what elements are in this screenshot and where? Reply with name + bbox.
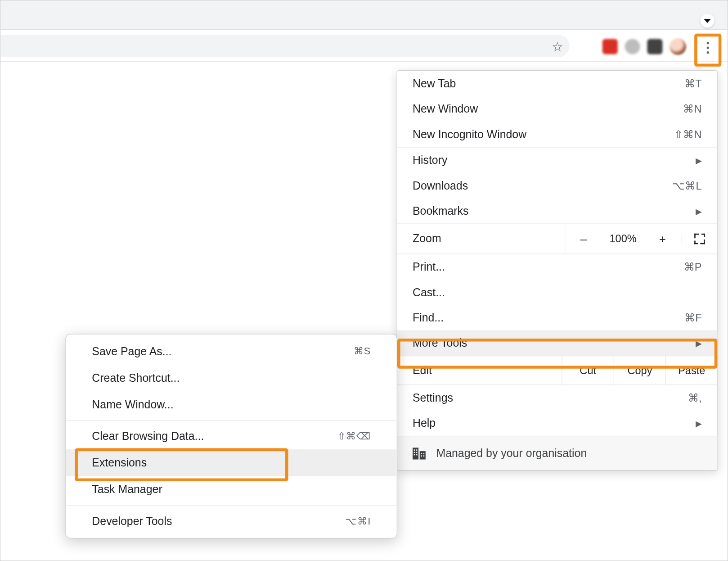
submenu-item-save-page-as[interactable]: Save Page As... ⌘S	[66, 338, 397, 365]
menu-label: Help	[413, 417, 436, 430]
menu-item-history[interactable]: History ▶	[397, 148, 717, 173]
menu-label: More Tools	[413, 336, 467, 349]
fullscreen-icon	[694, 234, 705, 244]
menu-shortcut: ⌘P	[684, 260, 702, 273]
zoom-in-button[interactable]: +	[644, 224, 681, 254]
menu-item-new-tab[interactable]: New Tab ⌘T	[397, 71, 717, 96]
menu-label: Developer Tools	[92, 515, 172, 528]
organisation-icon	[413, 448, 426, 459]
extension-icon[interactable]	[647, 39, 662, 54]
menu-label: Print...	[413, 260, 445, 273]
tab-bar	[0, 0, 727, 30]
menu-label: Bookmarks	[413, 204, 468, 217]
menu-label: New Incognito Window	[413, 128, 526, 141]
menu-item-downloads[interactable]: Downloads ⌥⌘L	[397, 173, 717, 198]
zoom-label: Zoom	[397, 224, 565, 254]
caret-down-icon	[704, 18, 711, 23]
menu-label: Task Manager	[92, 483, 162, 496]
menu-item-more-tools[interactable]: More Tools ▶	[397, 330, 717, 356]
chevron-right-icon: ▶	[696, 418, 702, 428]
menu-item-settings[interactable]: Settings ⌘,	[397, 385, 717, 410]
menu-label: New Tab	[413, 77, 456, 90]
chrome-main-menu: New Tab ⌘T New Window ⌘N New Incognito W…	[397, 70, 718, 471]
submenu-item-name-window[interactable]: Name Window...	[66, 391, 397, 418]
menu-label: Find...	[413, 311, 444, 324]
menu-shortcut: ⌘F	[684, 311, 702, 324]
menu-shortcut: ⌘N	[683, 102, 702, 115]
menu-shortcut: ⌘T	[684, 77, 702, 90]
menu-item-cast[interactable]: Cast...	[397, 280, 717, 305]
extension-icon[interactable]	[602, 39, 618, 54]
menu-label: Clear Browsing Data...	[92, 430, 204, 443]
menu-shortcut: ⇧⌘N	[674, 128, 702, 141]
menu-zoom-row: Zoom – 100% +	[397, 223, 717, 254]
menu-item-new-incognito-window[interactable]: New Incognito Window ⇧⌘N	[397, 122, 717, 147]
submenu-item-create-shortcut[interactable]: Create Shortcut...	[66, 365, 397, 391]
menu-label: Name Window...	[92, 398, 173, 411]
extension-icon[interactable]	[625, 39, 640, 54]
chevron-right-icon: ▶	[696, 338, 702, 348]
tab-overflow-button[interactable]	[700, 14, 714, 27]
menu-shortcut: ⇧⌘⌫	[337, 430, 371, 443]
menu-item-new-window[interactable]: New Window ⌘N	[397, 96, 717, 122]
edit-cut-button[interactable]: Cut	[562, 356, 613, 385]
chevron-right-icon: ▶	[696, 206, 702, 216]
menu-label: Downloads	[413, 179, 468, 192]
submenu-item-developer-tools[interactable]: Developer Tools ⌥⌘I	[66, 508, 397, 534]
edit-copy-button[interactable]: Copy	[614, 356, 665, 385]
extension-icons-area	[602, 38, 686, 55]
managed-by-org-row[interactable]: Managed by your organisation	[397, 436, 717, 470]
menu-label: Save Page As...	[92, 345, 171, 358]
menu-label: New Window	[413, 102, 478, 115]
address-bar[interactable]	[0, 35, 569, 57]
zoom-percentage: 100%	[602, 224, 644, 254]
submenu-item-clear-browsing-data[interactable]: Clear Browsing Data... ⇧⌘⌫	[66, 423, 397, 449]
managed-label: Managed by your organisation	[436, 447, 587, 460]
more-tools-submenu: Save Page As... ⌘S Create Shortcut... Na…	[65, 334, 397, 538]
chevron-right-icon: ▶	[696, 155, 702, 165]
edit-paste-button[interactable]: Paste	[665, 356, 717, 385]
menu-label: History	[413, 154, 447, 167]
menu-label: Extensions	[92, 456, 147, 469]
menu-edit-row: Edit Cut Copy Paste	[397, 356, 717, 385]
profile-avatar[interactable]	[670, 38, 686, 55]
menu-label: Settings	[413, 391, 453, 404]
menu-shortcut: ⌥⌘L	[672, 179, 702, 192]
submenu-item-task-manager[interactable]: Task Manager	[66, 476, 397, 502]
menu-shortcut: ⌥⌘I	[345, 515, 371, 528]
menu-item-bookmarks[interactable]: Bookmarks ▶	[397, 198, 717, 223]
menu-shortcut: ⌘,	[688, 391, 702, 404]
browser-toolbar: ☆	[0, 30, 727, 62]
more-options-button[interactable]	[698, 36, 718, 59]
menu-item-print[interactable]: Print... ⌘P	[397, 254, 717, 280]
edit-label: Edit	[397, 356, 562, 385]
submenu-item-extensions[interactable]: Extensions	[66, 449, 397, 476]
menu-label: Create Shortcut...	[92, 371, 180, 385]
menu-shortcut: ⌘S	[354, 345, 371, 357]
bookmark-star-icon[interactable]: ☆	[552, 40, 563, 55]
menu-item-find[interactable]: Find... ⌘F	[397, 305, 717, 330]
menu-label: Cast...	[413, 286, 445, 299]
menu-item-help[interactable]: Help ▶	[397, 411, 717, 436]
fullscreen-button[interactable]	[681, 234, 717, 244]
zoom-out-button[interactable]: –	[565, 224, 602, 254]
